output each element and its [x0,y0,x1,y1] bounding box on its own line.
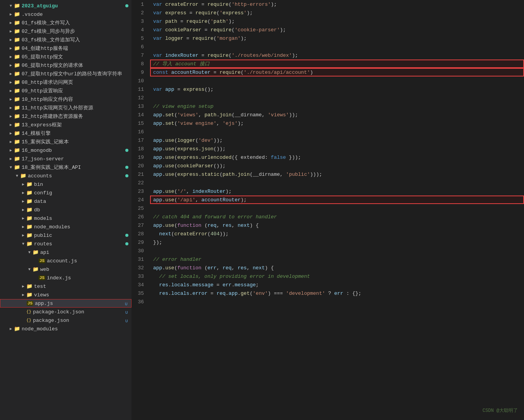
sidebar-item-package[interactable]: {}package.jsonU [0,316,131,325]
sidebar-item-11_http[interactable]: 📁11_http实现网页引入外部资源 [0,104,131,112]
chevron-icon [20,216,26,221]
sidebar-item-index_js[interactable]: JSindex.js [0,274,131,282]
folder-icon: 📁 [14,79,20,85]
sidebar-item-02_fs[interactable]: 📁02_fs模块_同步与异步 [0,27,131,36]
table-row: 30 [131,247,524,255]
chevron-icon [8,20,14,25]
folder-icon: 📁 [14,96,20,102]
table-row: 15app.set('view engine', 'ejs'); [131,119,524,128]
sidebar-label: index.js [47,275,71,281]
table-row: 11var app = express(); [131,85,524,94]
line-number: 23 [131,187,150,196]
status-dot [125,174,128,177]
line-content: var path = require('path'); [150,17,524,26]
line-content [150,179,524,187]
sidebar-item-config[interactable]: 📁config [0,189,131,197]
chevron-icon [14,174,20,178]
sidebar-item-routes[interactable]: 📁routes [0,240,131,248]
sidebar-label: .vscode [22,12,43,17]
chevron-icon [8,4,14,8]
table-row: 25 [131,204,524,213]
line-number: 13 [131,102,150,111]
sidebar-label: routes [34,241,52,247]
table-row: 10 [131,77,524,85]
sidebar-item-07_http[interactable]: 📁07_提取http报文中url的路径与查询字符串 [0,70,131,78]
sidebar-label: package-lock.json [33,309,84,315]
sidebar-item-14_template[interactable]: 📁14_模板引擎 [0,129,131,138]
status-dot [125,242,128,245]
chevron-icon [8,148,14,153]
line-number: 31 [131,255,150,264]
table-row: 34 res.locals.message = err.message; [131,281,524,289]
sidebar-item-13_express[interactable]: 📁13_express框架 [0,121,131,129]
sidebar-item-vscode[interactable]: 📁.vscode [0,10,131,19]
sidebar-item-03_fs[interactable]: 📁03_fs模块_文件追加写入 [0,36,131,44]
sidebar-label: 17_json-server [22,156,64,162]
file-explorer: 📁 2023_atguigu 📁.vscode📁01_fs模块_文件写入📁02_… [0,0,131,420]
sidebar-label: 02_fs模块_同步与异步 [22,28,75,35]
folder-icon: 📁 [14,326,20,332]
line-number: 35 [131,289,150,298]
line-number: 12 [131,94,150,102]
line-content [150,247,524,255]
folder-icon: 📁 [26,181,32,187]
line-number: 34 [131,281,150,289]
sidebar-item-test[interactable]: 📁test [0,282,131,291]
table-row: 24app.use('/api', accountRouter); [131,196,524,204]
sidebar-item-db[interactable]: 📁db [0,206,131,214]
folder-icon: 📁 [26,232,32,238]
sidebar-item-18_case[interactable]: 📁18_案例实践_记账本_API [0,163,131,172]
sidebar-item-12_http[interactable]: 📁12_http搭建静态资源服务 [0,112,131,121]
chevron-icon [8,63,14,68]
folder-icon: 📁 [26,198,32,204]
sidebar-item-package_lock[interactable]: {}package-lock.jsonU [0,308,131,316]
line-number: 24 [131,196,150,204]
line-number: 18 [131,145,150,153]
table-row: 4var cookieParser = require('cookie-pars… [131,26,524,34]
table-row: 29}); [131,238,524,247]
folder-icon: 📁 [14,139,20,145]
sidebar-item-01_fs[interactable]: 📁01_fs模块_文件写入 [0,19,131,27]
line-content: res.locals.message = err.message; [150,281,524,289]
sidebar-item-node_modules[interactable]: 📁node_modules [0,223,131,231]
sidebar-item-04_http[interactable]: 📁04_创建http服务端 [0,44,131,53]
sidebar-item-views[interactable]: 📁views [0,291,131,299]
sidebar-item-17_json[interactable]: 📁17_json-server [0,155,131,163]
line-content: res.locals.error = req.app.get('env') ==… [150,289,524,298]
sidebar-item-15_case[interactable]: 📁15_案例实践_记账本 [0,138,131,146]
line-content [150,128,524,136]
sidebar-label: bin [34,182,43,187]
sidebar-item-bin[interactable]: 📁bin [0,180,131,189]
sidebar-item-05_http[interactable]: 📁05_提取http报文 [0,53,131,61]
sidebar-item-api[interactable]: 📁api [0,248,131,257]
sidebar-item-public[interactable]: 📁public [0,231,131,240]
sidebar-item-10_http[interactable]: 📁10_http响应文件内容 [0,95,131,104]
chevron-icon [8,37,14,42]
table-row: 2var express = require('express'); [131,9,524,17]
js-file-icon: JS [39,258,45,263]
sidebar-item-data[interactable]: 📁data [0,197,131,206]
sidebar-item-app_js[interactable]: JSapp.jsU [0,299,131,308]
table-row: 32app.use(function (err, req, res, next)… [131,264,524,272]
table-row: 9const accountRouter = require('./routes… [131,68,524,77]
table-row: 6 [131,43,524,51]
sidebar-item-09_http[interactable]: 📁09_http设置响应 [0,87,131,95]
line-number: 30 [131,247,150,255]
sidebar-item-accounts[interactable]: 📁accounts [0,172,131,180]
watermark: CSDN @大聪明了 [483,407,518,414]
folder-icon: 📁 [14,71,20,77]
root-folder[interactable]: 📁 2023_atguigu [0,2,131,10]
sidebar-item-node_modules2[interactable]: 📁node_modules [0,325,131,333]
line-number: 3 [131,17,150,26]
sidebar-item-16_mongodb[interactable]: 📁16_mongodb [0,146,131,155]
sidebar-item-models[interactable]: 📁models [0,214,131,223]
chevron-icon [8,131,14,136]
chevron-icon [8,12,14,17]
line-content [150,298,524,306]
sidebar-item-web[interactable]: 📁web [0,265,131,274]
table-row: 21app.use(express.static(path.join(__dir… [131,170,524,179]
sidebar-item-account_js[interactable]: JSaccount.js [0,257,131,265]
sidebar-item-08_http[interactable]: 📁08_http请求访问网页 [0,78,131,87]
table-row: 31// error handler [131,255,524,264]
sidebar-item-06_http[interactable]: 📁06_提取http报文的请求体 [0,61,131,70]
